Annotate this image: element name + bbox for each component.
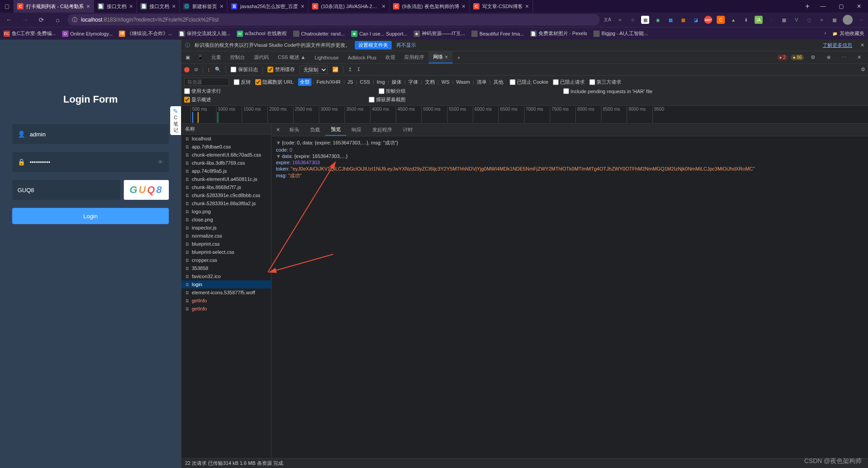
maximize-button[interactable]: ▢ [832, 0, 850, 13]
bookmark-item[interactable]: ◈神码资源——IT互... [414, 30, 465, 37]
bookmark-item[interactable]: 继《继续说,不会炸》... [119, 30, 172, 37]
dont-show-button[interactable]: 再不显示 [396, 42, 416, 49]
devtools-tab[interactable]: Adblock Plus [343, 51, 381, 63]
close-tab-icon[interactable]: × [525, 3, 529, 10]
inspect-icon[interactable]: ▣ [181, 54, 194, 60]
filter-type[interactable]: Img [375, 79, 387, 85]
browser-tab[interactable]: C打卡规则列表 - C站考勤系× [14, 0, 94, 13]
bookmark-item[interactable]: FC鱼C工作室-免费编... [4, 30, 56, 37]
wifi-icon[interactable]: 📶 [332, 67, 339, 72]
request-item[interactable]: 🗎favicon32.ico [181, 272, 271, 280]
clear-button[interactable]: ⊘ [194, 67, 198, 72]
detail-tab[interactable]: 预览 [326, 124, 346, 136]
ext-icon-5[interactable]: ◪ [692, 16, 700, 24]
download-icon[interactable]: ⬇ [742, 16, 750, 24]
device-icon[interactable]: 📱 [194, 54, 207, 60]
request-item[interactable]: 🗎353858 [181, 264, 271, 272]
devtools-tab[interactable]: 控制台 [226, 51, 249, 63]
home-button[interactable]: ⌂ [51, 14, 64, 26]
filter-type[interactable]: CSS [358, 79, 372, 85]
ext-icon-1[interactable]: ▦ [641, 16, 649, 24]
request-item[interactable]: 🗎login [181, 280, 271, 288]
show-overview-checkbox[interactable]: 显示概述 [184, 96, 211, 103]
block-cookie-checkbox[interactable]: 已阻止 Cookie [510, 79, 548, 86]
search-icon[interactable]: 🔍 [215, 67, 221, 72]
close-tab-icon[interactable]: × [86, 3, 90, 10]
back-button[interactable]: ← [3, 14, 15, 26]
warning-badge[interactable]: ● 86 [791, 54, 804, 60]
filter-type[interactable]: 其他 [492, 78, 505, 86]
close-window-button[interactable]: ✕ [850, 0, 868, 13]
request-item[interactable]: 🗎chunk-elementUI.a450811c.js [181, 175, 271, 183]
filter-type[interactable]: Fetch/XHR [315, 79, 343, 85]
close-tab-icon[interactable]: × [172, 3, 176, 10]
request-item[interactable]: 🗎getInfo [181, 297, 271, 305]
browser-tab[interactable]: C(10条消息) JAVASHA-256加× [308, 0, 389, 13]
ext-icon-8[interactable]: IA [755, 16, 763, 24]
request-item[interactable]: 🗎inspector.js [181, 224, 271, 232]
eye-icon[interactable]: 👁 [158, 159, 163, 166]
request-item[interactable]: 🗎chunk-5283391e.c9cd8bbb.css [181, 191, 271, 199]
hide-data-url-checkbox[interactable]: 隐藏数据 URL [255, 79, 294, 86]
ext-icon-10[interactable]: ◌ [805, 16, 813, 24]
settings-icon[interactable]: ⚙ [807, 54, 819, 60]
request-item[interactable]: 🗎cropper.css [181, 256, 271, 264]
reload-button[interactable]: ⟳ [35, 14, 48, 26]
list-header-name[interactable]: 名称 [181, 124, 271, 135]
username-input[interactable] [30, 131, 163, 138]
close-devtools-icon[interactable]: ✕ [853, 54, 865, 60]
translate-icon[interactable]: 文A [603, 16, 611, 24]
filter-icon[interactable]: ⫶ [208, 67, 210, 72]
site-info-icon[interactable]: ⓘ [72, 16, 77, 24]
request-item[interactable]: 🗎chunk-libs.3dfb7769.css [181, 159, 271, 167]
request-item[interactable]: 🗎element-icons.535877f5.woff [181, 288, 271, 297]
login-button[interactable]: Login [12, 208, 169, 224]
import-icon[interactable]: ↥ [348, 67, 352, 72]
request-item[interactable]: 🗎blueprint-select.css [181, 248, 271, 256]
devtools-tab[interactable]: CSS 概述 ▲ [273, 51, 310, 63]
request-item[interactable]: 🗎chunk-elementUI.68c70ad5.css [181, 151, 271, 159]
block-req-checkbox[interactable]: 已阻止请求 [553, 79, 585, 86]
ext-icon-6[interactable]: C [717, 16, 725, 24]
ext-icon-4[interactable]: ▦ [679, 16, 687, 24]
filter-type[interactable]: JS [346, 79, 355, 85]
close-tab-icon[interactable]: × [445, 54, 448, 60]
close-tab-icon[interactable]: × [301, 3, 304, 10]
close-tab-icon[interactable]: × [129, 3, 133, 10]
ext-icon-9[interactable]: ▦ [780, 16, 788, 24]
captcha-field[interactable] [12, 180, 120, 200]
request-item[interactable]: 🗎app.7dfdbae0.css [181, 143, 271, 151]
ext-icon-11[interactable]: ▦ [830, 16, 838, 24]
export-icon[interactable]: ↧ [357, 67, 361, 72]
request-item[interactable]: 🗎app.74c8f9a5.js [181, 167, 271, 175]
request-item[interactable]: 🗎logo.png [181, 207, 271, 216]
info-close-icon[interactable]: ✕ [860, 42, 864, 48]
ext-icon-3[interactable]: ▦ [666, 16, 674, 24]
preserve-log-checkbox[interactable]: 保留日志 [231, 66, 258, 73]
c-note-tab[interactable]: ✎C 笔 记 [170, 106, 181, 135]
filter-input[interactable] [184, 78, 229, 86]
set-root-folder-button[interactable]: 设置根文件夹 [355, 41, 392, 50]
capture-screenshot-checkbox[interactable]: 捕获屏幕截图 [369, 96, 406, 103]
browser-tab[interactable]: 📄接口文档× [94, 0, 137, 13]
bookmark-item[interactable]: Beautiful Free Ima... [471, 30, 524, 37]
devtools-tab[interactable]: 源代码 [249, 51, 273, 63]
filter-type[interactable]: 文档 [423, 78, 437, 86]
invert-checkbox[interactable]: 反转 [234, 79, 251, 86]
request-item[interactable]: 🗎localhost [181, 135, 271, 143]
captcha-input[interactable] [18, 187, 115, 194]
request-item[interactable]: 🗎normalize.css [181, 232, 271, 240]
bookmark-item[interactable]: 📄保持交流就没人能... [179, 30, 231, 37]
detail-tab[interactable]: 发起程序 [367, 124, 398, 136]
filter-type[interactable]: Wasm [454, 79, 472, 85]
browser-tab[interactable]: 🌐新建标签页× [180, 0, 227, 13]
close-tab-icon[interactable]: × [382, 3, 385, 10]
learn-more-link[interactable]: 了解更多信息 [823, 42, 852, 49]
filter-type[interactable]: 媒体 [390, 78, 403, 86]
url-input[interactable]: ⓘ localhost:8183/#/login?redirect=%2Frul… [68, 14, 600, 26]
large-rows-checkbox[interactable]: 使用大请求行 [184, 88, 221, 94]
vue-icon[interactable]: V [792, 16, 800, 24]
new-tab-button[interactable]: + [801, 0, 814, 13]
request-item[interactable]: 🗎blueprint.css [181, 240, 271, 248]
favorite-icon[interactable]: ✧ [616, 16, 624, 24]
